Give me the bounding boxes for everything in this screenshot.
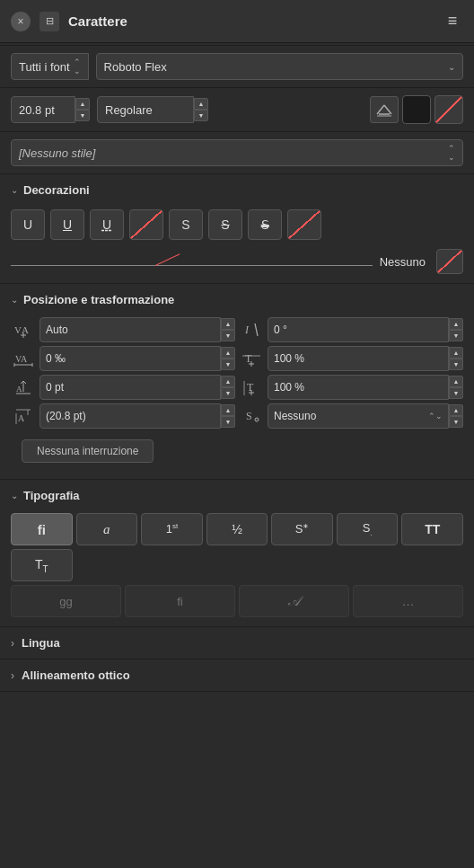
swash-button[interactable]: 𝒜 bbox=[239, 585, 349, 617]
baseline-shift-up[interactable]: ▲ bbox=[221, 376, 235, 387]
autosize-down[interactable]: ▼ bbox=[221, 416, 235, 428]
baseline-color-swatch[interactable] bbox=[436, 249, 463, 274]
skew-select-box[interactable]: Nessuno ⌃⌄ bbox=[268, 403, 449, 429]
allineamento-section-header[interactable]: › Allineamento ottico bbox=[0, 661, 474, 689]
rotation-icon: I bbox=[239, 317, 264, 342]
allineamento-chevron-right: › bbox=[11, 669, 14, 682]
style-name-selector[interactable]: [Nessuno stile] ⌃⌄ bbox=[11, 139, 463, 166]
hscale-up[interactable]: ▲ bbox=[449, 347, 463, 359]
skew-selector[interactable]: Nessuno ⌃⌄ ▲ ▼ bbox=[268, 403, 463, 429]
text-color-slash-swatch[interactable] bbox=[434, 95, 463, 124]
rotation-selector[interactable]: 0 ° ▲ ▼ bbox=[268, 317, 463, 342]
vscale-selector[interactable]: 100 % ▲ ▼ bbox=[268, 375, 463, 400]
hscale-stepper[interactable]: ▲ ▼ bbox=[449, 347, 463, 370]
font-name-selector[interactable]: Roboto Flex ⌄ bbox=[96, 53, 463, 80]
divider bbox=[0, 45, 474, 46]
underline-dashed-button[interactable]: U bbox=[90, 209, 124, 240]
size-selector[interactable]: 20.8 pt ▲ ▼ bbox=[11, 96, 90, 123]
discretionary-ligatures-button[interactable]: gg bbox=[11, 585, 121, 617]
kerning-select-box[interactable]: Auto bbox=[40, 317, 221, 342]
style-value: Regolare bbox=[105, 103, 186, 117]
autosize-selector[interactable]: (20.8 pt) ▲ ▼ bbox=[40, 403, 235, 429]
vscale-stepper[interactable]: ▲ ▼ bbox=[449, 376, 463, 399]
rotation-stepper[interactable]: ▲ ▼ bbox=[449, 318, 463, 341]
style-select-box[interactable]: Regolare bbox=[97, 96, 194, 123]
tracking-selector[interactable]: 0 ‰ ▲ ▼ bbox=[40, 346, 235, 371]
rotation-down[interactable]: ▼ bbox=[449, 330, 463, 341]
underline-slash-button[interactable] bbox=[129, 209, 163, 240]
kerning-up[interactable]: ▲ bbox=[221, 318, 235, 330]
allcaps-button[interactable]: TT bbox=[401, 513, 463, 545]
style-name-select-box[interactable]: [Nessuno stile] ⌃⌄ bbox=[11, 139, 463, 166]
vscale-up[interactable]: ▲ bbox=[449, 376, 463, 387]
smallcaps-button[interactable]: TT bbox=[11, 549, 73, 581]
baseline-tick bbox=[155, 253, 180, 266]
panel-title: Carattere bbox=[68, 13, 127, 29]
kerning-down[interactable]: ▼ bbox=[221, 330, 235, 341]
panel-toggle-button[interactable]: ⊟ bbox=[40, 12, 59, 31]
optical-align-icon[interactable] bbox=[370, 96, 399, 123]
all-fonts-selector[interactable]: Tutti i font ⌃⌄ bbox=[11, 53, 89, 80]
baseline-shift-selector[interactable]: 0 pt ▲ ▼ bbox=[40, 375, 235, 400]
skew-stepper[interactable]: ▲ ▼ bbox=[449, 404, 463, 428]
lingua-section-header[interactable]: › Lingua bbox=[0, 629, 474, 657]
ligatures-button[interactable]: fi bbox=[11, 513, 73, 545]
typography-section-header[interactable]: ⌄ Tipografia bbox=[0, 482, 474, 509]
tracking-up[interactable]: ▲ bbox=[221, 347, 235, 359]
subscript-s-button[interactable]: S. bbox=[337, 513, 399, 545]
size-up-button[interactable]: ▲ bbox=[75, 98, 90, 110]
font-name-chevron: ⌄ bbox=[448, 62, 455, 72]
size-down-button[interactable]: ▼ bbox=[75, 110, 90, 121]
skew-down[interactable]: ▼ bbox=[449, 416, 463, 428]
hscale-selector[interactable]: 100 % ▲ ▼ bbox=[268, 346, 463, 371]
autosize-select-box[interactable]: (20.8 pt) bbox=[40, 403, 221, 429]
old-style-button[interactable]: a bbox=[76, 513, 138, 545]
decorations-section-header[interactable]: ⌄ Decorazioni bbox=[0, 176, 474, 204]
font-name-label: Roboto Flex bbox=[104, 60, 444, 74]
vscale-down[interactable]: ▼ bbox=[449, 387, 463, 399]
strikethrough-double-button[interactable]: S̶ bbox=[248, 209, 282, 240]
autosize-stepper[interactable]: ▲ ▼ bbox=[221, 404, 235, 428]
fraction-button[interactable]: ½ bbox=[206, 513, 268, 545]
tracking-stepper[interactable]: ▲ ▼ bbox=[221, 347, 235, 370]
all-fonts-select-box[interactable]: Tutti i font ⌃⌄ bbox=[11, 53, 89, 80]
strikethrough-single-button[interactable]: S bbox=[208, 209, 242, 240]
baseline-shift-select-box[interactable]: 0 pt bbox=[40, 375, 221, 400]
hscale-down[interactable]: ▼ bbox=[449, 359, 463, 370]
ordinal-button[interactable]: 1st bbox=[141, 513, 203, 545]
tracking-down[interactable]: ▼ bbox=[221, 359, 235, 370]
size-stepper[interactable]: ▲ ▼ bbox=[75, 98, 90, 121]
more-options-button[interactable]: … bbox=[353, 585, 463, 617]
style-selector[interactable]: Regolare ▲ ▼ bbox=[97, 96, 208, 123]
vscale-select-box[interactable]: 100 % bbox=[268, 375, 449, 400]
underline-none-button[interactable]: U bbox=[11, 209, 45, 240]
style-name-chevron: ⌃⌄ bbox=[448, 144, 455, 162]
rotation-select-box[interactable]: 0 ° bbox=[268, 317, 449, 342]
kerning-selector[interactable]: Auto ▲ ▼ bbox=[40, 317, 235, 342]
baseline-shift-down[interactable]: ▼ bbox=[221, 387, 235, 399]
no-interrupt-button[interactable]: Nessuna interruzione bbox=[22, 439, 154, 463]
style-up-button[interactable]: ▲ bbox=[194, 98, 208, 110]
strikethrough-slash-button[interactable] bbox=[287, 209, 321, 240]
font-row: Tutti i font ⌃⌄ Roboto Flex ⌄ bbox=[0, 48, 474, 85]
position-section-header[interactable]: ⌄ Posizione e trasformazione bbox=[0, 286, 474, 314]
strikethrough-none-button[interactable]: S bbox=[169, 209, 203, 240]
style-down-button[interactable]: ▼ bbox=[194, 110, 208, 121]
autosize-up[interactable]: ▲ bbox=[221, 404, 235, 416]
close-button[interactable]: × bbox=[11, 12, 31, 31]
baseline-shift-stepper[interactable]: ▲ ▼ bbox=[221, 376, 235, 399]
skew-up[interactable]: ▲ bbox=[449, 404, 463, 416]
rotation-up[interactable]: ▲ bbox=[449, 318, 463, 330]
menu-button[interactable]: ≡ bbox=[442, 11, 463, 32]
font-name-select-box[interactable]: Roboto Flex ⌄ bbox=[96, 53, 463, 80]
kerning-stepper[interactable]: ▲ ▼ bbox=[221, 318, 235, 341]
text-color-swatch[interactable] bbox=[402, 95, 431, 124]
underline-single-button[interactable]: U bbox=[50, 209, 84, 240]
contextual-button[interactable]: fi bbox=[125, 585, 235, 617]
svg-text:VA: VA bbox=[15, 354, 28, 364]
style-stepper[interactable]: ▲ ▼ bbox=[194, 98, 208, 121]
tracking-select-box[interactable]: 0 ‰ bbox=[40, 346, 221, 371]
size-select-box[interactable]: 20.8 pt bbox=[11, 96, 75, 123]
superscript-s-button[interactable]: S∗ bbox=[271, 513, 333, 545]
hscale-select-box[interactable]: 100 % bbox=[268, 346, 449, 371]
